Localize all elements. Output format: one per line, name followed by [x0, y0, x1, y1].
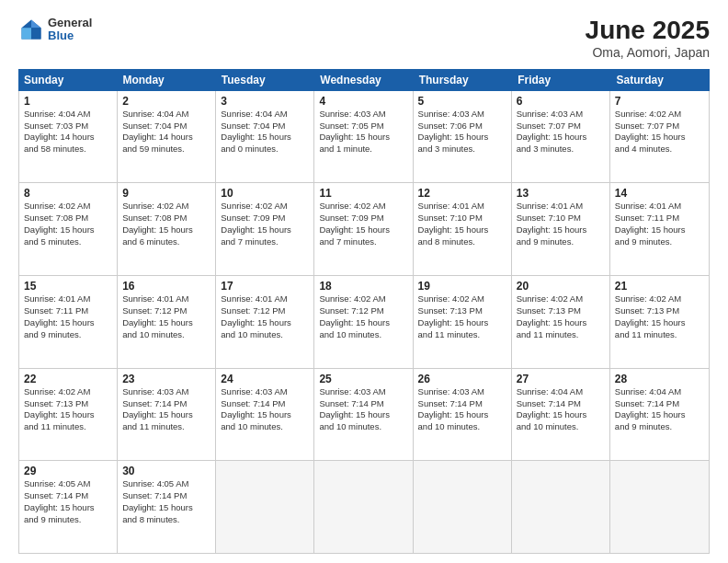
header: General Blue June 2025 Oma, Aomori, Japa…	[18, 17, 710, 60]
logo: General Blue	[18, 17, 92, 43]
cal-cell-8: 8 Sunrise: 4:02 AMSunset: 7:08 PMDayligh…	[19, 183, 118, 275]
day-info-4: Sunrise: 4:03 AMSunset: 7:05 PMDaylight:…	[319, 109, 407, 155]
cal-row-5: 29 Sunrise: 4:05 AMSunset: 7:14 PMDaylig…	[19, 461, 709, 553]
day-info-7: Sunrise: 4:02 AMSunset: 7:07 PMDaylight:…	[615, 109, 704, 155]
cal-cell-13: 13 Sunrise: 4:01 AMSunset: 7:10 PMDaylig…	[512, 183, 610, 275]
day-info-23: Sunrise: 4:03 AMSunset: 7:14 PMDaylight:…	[122, 386, 210, 433]
cal-cell-17: 17 Sunrise: 4:01 AMSunset: 7:12 PMDaylig…	[216, 276, 314, 368]
day-info-19: Sunrise: 4:02 AMSunset: 7:13 PMDaylight:…	[418, 293, 506, 340]
day-num-24: 24	[221, 373, 309, 385]
cal-cell-22: 22 Sunrise: 4:02 AMSunset: 7:13 PMDaylig…	[19, 369, 118, 461]
cal-row-4: 22 Sunrise: 4:02 AMSunset: 7:13 PMDaylig…	[19, 369, 709, 462]
day-num-9: 9	[122, 187, 210, 200]
title-block: June 2025 Oma, Aomori, Japan	[586, 17, 710, 60]
cal-cell-12: 12 Sunrise: 4:01 AMSunset: 7:10 PMDaylig…	[414, 183, 512, 275]
day-info-11: Sunrise: 4:02 AMSunset: 7:09 PMDaylight:…	[319, 201, 407, 247]
day-num-7: 7	[615, 95, 704, 108]
day-info-9: Sunrise: 4:02 AMSunset: 7:08 PMDaylight:…	[122, 201, 210, 247]
cal-cell-empty-5	[610, 461, 709, 553]
day-num-27: 27	[517, 373, 605, 385]
logo-blue-text: Blue	[48, 29, 92, 42]
cal-cell-empty-2	[314, 461, 413, 553]
day-num-2: 2	[122, 95, 210, 108]
day-info-1: Sunrise: 4:04 AMSunset: 7:03 PMDaylight:…	[24, 109, 112, 155]
cal-cell-10: 10 Sunrise: 4:02 AMSunset: 7:09 PMDaylig…	[216, 183, 314, 275]
cal-cell-2: 2 Sunrise: 4:04 AMSunset: 7:04 PMDayligh…	[118, 91, 216, 183]
cal-cell-24: 24 Sunrise: 4:03 AMSunset: 7:14 PMDaylig…	[216, 369, 314, 461]
cal-cell-11: 11 Sunrise: 4:02 AMSunset: 7:09 PMDaylig…	[314, 183, 413, 275]
calendar-header: Sunday Monday Tuesday Wednesday Thursday…	[18, 69, 710, 91]
day-info-30: Sunrise: 4:05 AMSunset: 7:14 PMDaylight:…	[122, 478, 210, 525]
day-info-6: Sunrise: 4:03 AMSunset: 7:07 PMDaylight:…	[517, 109, 605, 155]
logo-icon	[18, 17, 44, 42]
day-num-25: 25	[319, 373, 407, 385]
day-info-8: Sunrise: 4:02 AMSunset: 7:08 PMDaylight:…	[24, 201, 112, 247]
cal-cell-4: 4 Sunrise: 4:03 AMSunset: 7:05 PMDayligh…	[314, 91, 413, 183]
cal-cell-5: 5 Sunrise: 4:03 AMSunset: 7:06 PMDayligh…	[414, 91, 512, 183]
cal-cell-15: 15 Sunrise: 4:01 AMSunset: 7:11 PMDaylig…	[19, 276, 118, 368]
day-num-11: 11	[319, 187, 407, 200]
day-num-19: 19	[418, 280, 506, 293]
cal-cell-empty-1	[216, 461, 314, 553]
day-info-27: Sunrise: 4:04 AMSunset: 7:14 PMDaylight:…	[517, 386, 605, 433]
day-num-1: 1	[24, 95, 112, 108]
cal-cell-27: 27 Sunrise: 4:04 AMSunset: 7:14 PMDaylig…	[512, 369, 610, 461]
cal-cell-25: 25 Sunrise: 4:03 AMSunset: 7:14 PMDaylig…	[314, 369, 413, 461]
day-num-4: 4	[319, 95, 407, 108]
cal-cell-7: 7 Sunrise: 4:02 AMSunset: 7:07 PMDayligh…	[610, 91, 709, 183]
day-num-22: 22	[24, 373, 112, 385]
calendar-body: 1 Sunrise: 4:04 AMSunset: 7:03 PMDayligh…	[18, 91, 710, 554]
cal-row-1: 1 Sunrise: 4:04 AMSunset: 7:03 PMDayligh…	[19, 91, 709, 184]
day-info-29: Sunrise: 4:05 AMSunset: 7:14 PMDaylight:…	[24, 478, 112, 525]
header-friday: Friday	[512, 69, 610, 91]
cal-cell-23: 23 Sunrise: 4:03 AMSunset: 7:14 PMDaylig…	[118, 369, 216, 461]
cal-cell-14: 14 Sunrise: 4:01 AMSunset: 7:11 PMDaylig…	[610, 183, 709, 275]
day-info-21: Sunrise: 4:02 AMSunset: 7:13 PMDaylight:…	[615, 293, 704, 340]
day-num-28: 28	[615, 373, 704, 385]
header-monday: Monday	[117, 69, 215, 91]
day-num-10: 10	[221, 187, 309, 200]
header-wednesday: Wednesday	[314, 69, 413, 91]
day-info-16: Sunrise: 4:01 AMSunset: 7:12 PMDaylight:…	[122, 293, 210, 340]
day-num-16: 16	[122, 280, 210, 293]
header-sunday: Sunday	[18, 69, 117, 91]
day-info-10: Sunrise: 4:02 AMSunset: 7:09 PMDaylight:…	[221, 201, 309, 247]
day-info-12: Sunrise: 4:01 AMSunset: 7:10 PMDaylight:…	[418, 201, 506, 247]
cal-cell-3: 3 Sunrise: 4:04 AMSunset: 7:04 PMDayligh…	[216, 91, 314, 183]
day-num-17: 17	[221, 280, 309, 293]
day-info-15: Sunrise: 4:01 AMSunset: 7:11 PMDaylight:…	[24, 293, 112, 340]
cal-cell-6: 6 Sunrise: 4:03 AMSunset: 7:07 PMDayligh…	[512, 91, 610, 183]
day-num-18: 18	[319, 280, 407, 293]
cal-cell-empty-4	[512, 461, 610, 553]
day-info-25: Sunrise: 4:03 AMSunset: 7:14 PMDaylight:…	[319, 386, 407, 433]
logo-general-text: General	[48, 17, 92, 29]
day-num-12: 12	[418, 187, 506, 200]
day-info-5: Sunrise: 4:03 AMSunset: 7:06 PMDaylight:…	[418, 109, 506, 155]
day-info-3: Sunrise: 4:04 AMSunset: 7:04 PMDaylight:…	[221, 109, 309, 155]
cal-cell-26: 26 Sunrise: 4:03 AMSunset: 7:14 PMDaylig…	[414, 369, 512, 461]
day-num-20: 20	[517, 280, 605, 293]
cal-row-2: 8 Sunrise: 4:02 AMSunset: 7:08 PMDayligh…	[19, 183, 709, 276]
day-num-6: 6	[517, 95, 605, 108]
header-saturday: Saturday	[611, 69, 710, 91]
day-num-5: 5	[418, 95, 506, 108]
subtitle: Oma, Aomori, Japan	[586, 45, 710, 60]
cal-cell-20: 20 Sunrise: 4:02 AMSunset: 7:13 PMDaylig…	[512, 276, 610, 368]
day-num-15: 15	[24, 280, 112, 293]
cal-cell-29: 29 Sunrise: 4:05 AMSunset: 7:14 PMDaylig…	[19, 461, 118, 553]
day-num-21: 21	[615, 280, 704, 293]
day-num-3: 3	[221, 95, 309, 108]
header-tuesday: Tuesday	[216, 69, 314, 91]
svg-marker-2	[31, 29, 41, 40]
day-num-29: 29	[24, 465, 112, 477]
cal-cell-empty-3	[414, 461, 512, 553]
cal-cell-18: 18 Sunrise: 4:02 AMSunset: 7:12 PMDaylig…	[314, 276, 413, 368]
day-info-18: Sunrise: 4:02 AMSunset: 7:12 PMDaylight:…	[319, 293, 407, 340]
svg-marker-3	[22, 29, 32, 40]
day-info-20: Sunrise: 4:02 AMSunset: 7:13 PMDaylight:…	[517, 293, 605, 340]
day-info-13: Sunrise: 4:01 AMSunset: 7:10 PMDaylight:…	[517, 201, 605, 247]
day-num-14: 14	[615, 187, 704, 200]
svg-marker-1	[31, 20, 41, 29]
page: General Blue June 2025 Oma, Aomori, Japa…	[0, 0, 728, 563]
main-title: June 2025	[586, 17, 710, 45]
